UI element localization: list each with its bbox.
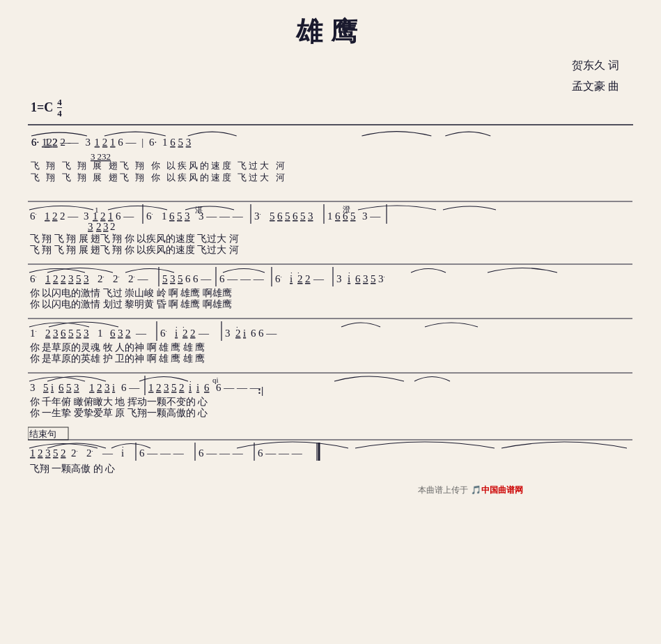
svg-text:3: 3 xyxy=(103,221,109,232)
svg-text:2· —: 2· — xyxy=(128,273,149,284)
svg-text:你   是草原的灵魂  牧 人的神       啊   雄 : 你 是草原的灵魂 牧 人的神 啊 雄 鹰 雄 鹰 xyxy=(29,342,205,353)
svg-text:6·: 6· xyxy=(146,210,153,222)
svg-text:5: 5 xyxy=(285,210,290,222)
svg-text:你   一生挚    爱挚爱草    原      飞翔一颗: 你 一生挚 爱挚爱草 原 飞翔一颗高傲的 心 xyxy=(29,408,208,418)
svg-text:6 —: 6 — xyxy=(258,328,277,339)
svg-text:6: 6 xyxy=(169,210,175,222)
svg-text:3: 3 xyxy=(53,328,59,339)
svg-text:2 —: 2 — xyxy=(60,210,79,222)
svg-text:你   千年俯    瞰俯瞰大    地      挥动一颗: 你 千年俯 瞰俯瞰大 地 挥动一颗不变的 心 xyxy=(29,397,208,407)
svg-text:2: 2 xyxy=(100,210,106,222)
svg-text:3 232: 3 232 xyxy=(91,151,111,162)
svg-text:3: 3 xyxy=(225,328,231,339)
svg-text:3: 3 xyxy=(30,382,36,393)
svg-text:6 — — —: 6 — — — xyxy=(258,447,303,459)
svg-text:你 以闪电的激情 划过          黎明黄    昏 : 你 以闪电的激情 划过 黎明黄 昏 啊 雄鹰 啊雄鹰 xyxy=(29,299,232,309)
svg-text:3 — — —: 3 — — — xyxy=(199,210,244,222)
svg-text:本曲谱上传于: 本曲谱上传于 xyxy=(418,485,468,495)
svg-text:6: 6 xyxy=(110,328,116,339)
svg-text:i: i xyxy=(243,328,246,339)
svg-text:—: — xyxy=(313,273,325,284)
svg-text:5: 5 xyxy=(66,382,72,393)
svg-text:i: i xyxy=(189,382,192,393)
svg-text:3: 3 xyxy=(185,210,190,222)
svg-text:2: 2 xyxy=(125,328,131,339)
svg-text:2: 2 xyxy=(179,382,185,393)
svg-text:5: 5 xyxy=(53,447,59,459)
svg-text:5: 5 xyxy=(270,210,275,222)
svg-text:6: 6 xyxy=(59,382,64,393)
svg-text:1: 1 xyxy=(45,210,50,222)
svg-text:2: 2 xyxy=(61,447,66,459)
svg-text:1: 1 xyxy=(89,382,95,393)
svg-text:2: 2 xyxy=(235,328,241,339)
svg-text:5: 5 xyxy=(177,210,182,222)
svg-text:6: 6 xyxy=(251,328,256,339)
svg-text:3: 3 xyxy=(74,382,79,393)
svg-text:2·: 2· xyxy=(71,447,78,459)
svg-text:i: i xyxy=(112,382,115,393)
page: 雄鹰 贺东久 词 孟文豪 曲 1=C 4 4 6· 122 — xyxy=(0,0,661,644)
svg-text:2: 2 xyxy=(61,273,66,284)
svg-text:6 — — —: 6 — — — xyxy=(199,447,244,459)
meta-composer: 孟文豪 曲 xyxy=(28,77,633,95)
svg-text:3: 3 xyxy=(170,273,176,284)
svg-text:2: 2 xyxy=(305,273,311,284)
svg-text:6 —: 6 — xyxy=(121,382,140,393)
svg-text:5: 5 xyxy=(68,328,74,339)
svg-text:2: 2 xyxy=(53,273,59,284)
svg-text:你 以闪电的激情 飞过          崇山峻    岭 : 你 以闪电的激情 飞过 崇山峻 岭 啊 雄鹰 啊雄鹰 xyxy=(29,288,232,298)
svg-text:—: — xyxy=(198,328,210,339)
svg-text:6: 6 xyxy=(355,273,361,284)
svg-text:飞翔  一颗高傲                     的: 飞翔 一颗高傲 的 心 xyxy=(30,463,115,474)
svg-text:6 — — —: 6 — — — xyxy=(216,382,261,393)
svg-text:6·: 6· xyxy=(160,328,167,339)
svg-text:6 —: 6 — xyxy=(193,273,212,284)
svg-text:飞      翔  飞          翔     展  : 飞 翔 飞 翔 展 翅飞 翔 你 以疾风的速度 飞过大 河 xyxy=(30,245,239,255)
svg-text:3: 3 xyxy=(88,221,93,232)
svg-text:1: 1 xyxy=(98,328,103,339)
svg-text:3: 3 xyxy=(84,328,89,339)
svg-text:6: 6 xyxy=(204,382,210,393)
svg-text:5: 5 xyxy=(76,273,81,284)
svg-text:5: 5 xyxy=(178,273,183,284)
svg-text:你   是草原的英雄  护 卫的神       啊   雄 : 你 是草原的英雄 护 卫的神 啊 雄 鹰 雄 鹰 xyxy=(29,353,205,364)
svg-text:2: 2 xyxy=(52,210,58,222)
svg-text:5: 5 xyxy=(300,210,306,222)
svg-text:2: 2 xyxy=(96,221,102,232)
svg-text:1: 1 xyxy=(95,206,99,214)
full-score-svg: .nt { font-family: 'Times New Roman', se… xyxy=(28,200,634,644)
svg-text:2·: 2· xyxy=(98,273,104,284)
svg-text:1: 1 xyxy=(162,210,167,222)
section-1: 6· 122 — 6· 1 2 2 — 3 1 2 1 6 — | 6· 1 6… xyxy=(28,123,633,190)
svg-text:—: — xyxy=(102,447,114,459)
svg-text:2: 2 xyxy=(297,273,303,284)
meta-lyricist: 贺东久 词 xyxy=(28,56,633,75)
svg-text:6: 6 xyxy=(335,210,341,222)
svg-text:6 — — —: 6 — — — xyxy=(219,273,265,284)
svg-text::|: :| xyxy=(258,385,263,396)
svg-text:1: 1 xyxy=(327,210,333,222)
svg-text:6 —: 6 — xyxy=(116,210,134,222)
svg-text:2: 2 xyxy=(97,382,102,393)
svg-text:i: i xyxy=(121,447,124,459)
svg-text:飞      翔  飞          翔     展  : 飞 翔 飞 翔 展 翅飞 翔 你 以疾风的速度 飞过大 河 xyxy=(30,233,239,244)
svg-text:5: 5 xyxy=(76,328,81,339)
time-signature: 4 4 xyxy=(57,98,62,118)
svg-text:3: 3 xyxy=(164,382,169,393)
svg-text:3: 3 xyxy=(118,328,123,339)
svg-text:i: i xyxy=(348,273,350,284)
svg-text:2: 2 xyxy=(38,447,43,459)
svg-text:2: 2 xyxy=(182,328,188,339)
svg-text:1·: 1· xyxy=(30,328,37,339)
svg-text:2: 2 xyxy=(45,328,51,339)
svg-text:i: i xyxy=(51,382,54,393)
svg-text:结束句: 结束句 xyxy=(29,429,56,439)
key-time-signature: 1=C 4 4 xyxy=(28,98,633,118)
svg-text:🎵中国曲谱网: 🎵中国曲谱网 xyxy=(471,484,523,495)
svg-text:澄: 澄 xyxy=(343,205,350,213)
svg-text:6·: 6· xyxy=(275,273,282,284)
svg-text:2: 2 xyxy=(110,221,116,232)
svg-text:3 —: 3 — xyxy=(362,210,381,222)
svg-text:3: 3 xyxy=(308,210,313,222)
